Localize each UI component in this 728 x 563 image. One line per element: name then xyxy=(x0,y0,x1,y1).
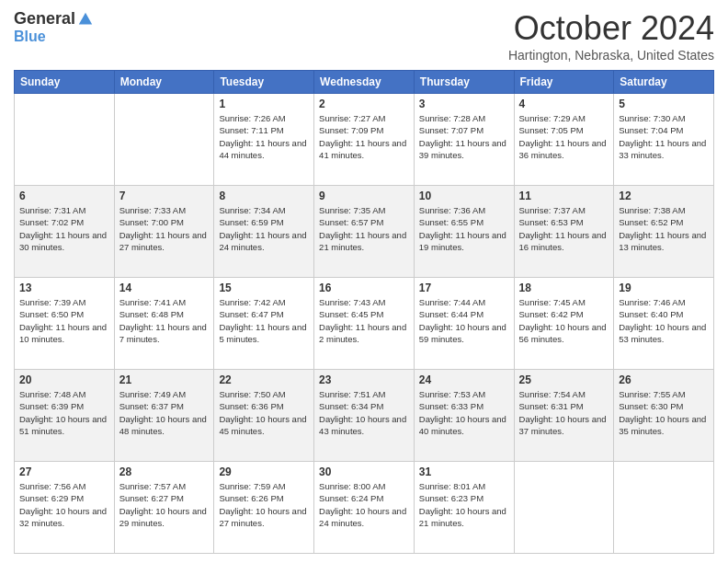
week-row-3: 20Sunrise: 7:48 AM Sunset: 6:39 PM Dayli… xyxy=(15,370,714,462)
calendar-cell xyxy=(114,94,214,186)
day-header-thursday: Thursday xyxy=(414,71,514,94)
day-info: Sunrise: 7:26 AM Sunset: 7:11 PM Dayligh… xyxy=(219,112,309,161)
day-number: 30 xyxy=(319,465,409,478)
calendar-cell xyxy=(15,94,115,186)
week-row-2: 13Sunrise: 7:39 AM Sunset: 6:50 PM Dayli… xyxy=(15,278,714,370)
day-number: 9 xyxy=(319,190,409,202)
day-number: 10 xyxy=(419,190,509,202)
day-info: Sunrise: 7:53 AM Sunset: 6:33 PM Dayligh… xyxy=(419,388,509,437)
day-info: Sunrise: 7:34 AM Sunset: 6:59 PM Dayligh… xyxy=(219,204,309,253)
calendar-cell: 4Sunrise: 7:29 AM Sunset: 7:05 PM Daylig… xyxy=(514,94,614,186)
calendar-cell: 23Sunrise: 7:51 AM Sunset: 6:34 PM Dayli… xyxy=(314,370,415,462)
logo: General Blue xyxy=(14,9,94,45)
day-info: Sunrise: 7:42 AM Sunset: 6:47 PM Dayligh… xyxy=(219,296,309,345)
day-info: Sunrise: 7:31 AM Sunset: 7:02 PM Dayligh… xyxy=(19,204,109,253)
calendar-cell: 3Sunrise: 7:28 AM Sunset: 7:07 PM Daylig… xyxy=(414,94,514,186)
day-info: Sunrise: 7:49 AM Sunset: 6:37 PM Dayligh… xyxy=(119,388,210,437)
day-info: Sunrise: 7:43 AM Sunset: 6:45 PM Dayligh… xyxy=(319,296,409,345)
location: Hartington, Nebraska, United States xyxy=(508,48,714,63)
day-info: Sunrise: 7:59 AM Sunset: 6:26 PM Dayligh… xyxy=(219,480,309,529)
day-number: 13 xyxy=(19,282,109,294)
calendar-cell: 8Sunrise: 7:34 AM Sunset: 6:59 PM Daylig… xyxy=(214,186,314,278)
calendar-cell: 10Sunrise: 7:36 AM Sunset: 6:55 PM Dayli… xyxy=(414,186,514,278)
day-number: 19 xyxy=(619,282,709,294)
day-number: 24 xyxy=(419,373,509,386)
day-info: Sunrise: 7:57 AM Sunset: 6:27 PM Dayligh… xyxy=(119,480,210,529)
day-info: Sunrise: 7:51 AM Sunset: 6:34 PM Dayligh… xyxy=(319,388,409,437)
week-row-0: 1Sunrise: 7:26 AM Sunset: 7:11 PM Daylig… xyxy=(15,94,714,186)
day-number: 1 xyxy=(219,98,309,110)
day-number: 28 xyxy=(119,465,210,478)
day-number: 6 xyxy=(19,190,109,202)
calendar-cell: 21Sunrise: 7:49 AM Sunset: 6:37 PM Dayli… xyxy=(114,370,214,462)
day-info: Sunrise: 7:45 AM Sunset: 6:42 PM Dayligh… xyxy=(519,296,609,345)
day-info: Sunrise: 7:37 AM Sunset: 6:53 PM Dayligh… xyxy=(519,204,609,253)
day-number: 26 xyxy=(619,373,709,386)
calendar-cell: 31Sunrise: 8:01 AM Sunset: 6:23 PM Dayli… xyxy=(414,462,514,554)
calendar-cell: 15Sunrise: 7:42 AM Sunset: 6:47 PM Dayli… xyxy=(214,278,314,370)
day-number: 20 xyxy=(19,373,109,386)
header: General Blue October 2024 Hartington, Ne… xyxy=(14,9,714,63)
day-info: Sunrise: 7:41 AM Sunset: 6:48 PM Dayligh… xyxy=(119,296,210,345)
day-number: 17 xyxy=(419,282,509,294)
svg-marker-0 xyxy=(79,12,92,24)
day-number: 27 xyxy=(19,465,109,478)
day-info: Sunrise: 7:33 AM Sunset: 7:00 PM Dayligh… xyxy=(119,204,210,253)
calendar-cell: 16Sunrise: 7:43 AM Sunset: 6:45 PM Dayli… xyxy=(314,278,415,370)
day-header-friday: Friday xyxy=(514,71,614,94)
calendar-cell: 22Sunrise: 7:50 AM Sunset: 6:36 PM Dayli… xyxy=(214,370,314,462)
day-info: Sunrise: 7:46 AM Sunset: 6:40 PM Dayligh… xyxy=(619,296,709,345)
day-info: Sunrise: 7:27 AM Sunset: 7:09 PM Dayligh… xyxy=(319,112,409,161)
calendar-cell: 17Sunrise: 7:44 AM Sunset: 6:44 PM Dayli… xyxy=(414,278,514,370)
day-number: 11 xyxy=(519,190,609,202)
day-info: Sunrise: 7:35 AM Sunset: 6:57 PM Dayligh… xyxy=(319,204,409,253)
day-header-sunday: Sunday xyxy=(15,71,115,94)
day-number: 29 xyxy=(219,465,309,478)
week-row-1: 6Sunrise: 7:31 AM Sunset: 7:02 PM Daylig… xyxy=(15,186,714,278)
calendar-cell: 13Sunrise: 7:39 AM Sunset: 6:50 PM Dayli… xyxy=(15,278,115,370)
calendar-cell: 28Sunrise: 7:57 AM Sunset: 6:27 PM Dayli… xyxy=(114,462,214,554)
calendar-cell: 24Sunrise: 7:53 AM Sunset: 6:33 PM Dayli… xyxy=(414,370,514,462)
day-number: 23 xyxy=(319,373,409,386)
day-info: Sunrise: 7:44 AM Sunset: 6:44 PM Dayligh… xyxy=(419,296,509,345)
day-info: Sunrise: 7:29 AM Sunset: 7:05 PM Dayligh… xyxy=(519,112,609,161)
day-number: 16 xyxy=(319,282,409,294)
day-info: Sunrise: 7:56 AM Sunset: 6:29 PM Dayligh… xyxy=(19,480,109,529)
calendar-cell: 5Sunrise: 7:30 AM Sunset: 7:04 PM Daylig… xyxy=(614,94,714,186)
day-number: 14 xyxy=(119,282,210,294)
calendar-cell: 12Sunrise: 7:38 AM Sunset: 6:52 PM Dayli… xyxy=(614,186,714,278)
calendar-cell: 26Sunrise: 7:55 AM Sunset: 6:30 PM Dayli… xyxy=(614,370,714,462)
day-info: Sunrise: 7:38 AM Sunset: 6:52 PM Dayligh… xyxy=(619,204,709,253)
day-info: Sunrise: 7:28 AM Sunset: 7:07 PM Dayligh… xyxy=(419,112,509,161)
calendar-cell: 27Sunrise: 7:56 AM Sunset: 6:29 PM Dayli… xyxy=(15,462,115,554)
title-section: October 2024 Hartington, Nebraska, Unite… xyxy=(508,9,714,63)
day-number: 31 xyxy=(419,465,509,478)
calendar-cell: 25Sunrise: 7:54 AM Sunset: 6:31 PM Dayli… xyxy=(514,370,614,462)
day-number: 7 xyxy=(119,190,210,202)
calendar-cell: 18Sunrise: 7:45 AM Sunset: 6:42 PM Dayli… xyxy=(514,278,614,370)
day-number: 25 xyxy=(519,373,609,386)
day-header-wednesday: Wednesday xyxy=(314,71,415,94)
calendar-cell xyxy=(514,462,614,554)
calendar-cell: 7Sunrise: 7:33 AM Sunset: 7:00 PM Daylig… xyxy=(114,186,214,278)
calendar-cell: 29Sunrise: 7:59 AM Sunset: 6:26 PM Dayli… xyxy=(214,462,314,554)
calendar-cell xyxy=(614,462,714,554)
day-number: 3 xyxy=(419,98,509,110)
logo-blue-text: Blue xyxy=(14,29,46,45)
day-info: Sunrise: 7:36 AM Sunset: 6:55 PM Dayligh… xyxy=(419,204,509,253)
day-info: Sunrise: 7:48 AM Sunset: 6:39 PM Dayligh… xyxy=(19,388,109,437)
week-row-4: 27Sunrise: 7:56 AM Sunset: 6:29 PM Dayli… xyxy=(15,462,714,554)
day-info: Sunrise: 7:54 AM Sunset: 6:31 PM Dayligh… xyxy=(519,388,609,437)
day-info: Sunrise: 7:55 AM Sunset: 6:30 PM Dayligh… xyxy=(619,388,709,437)
month-title: October 2024 xyxy=(508,9,714,48)
day-info: Sunrise: 8:01 AM Sunset: 6:23 PM Dayligh… xyxy=(419,480,509,529)
calendar-cell: 20Sunrise: 7:48 AM Sunset: 6:39 PM Dayli… xyxy=(15,370,115,462)
calendar-cell: 1Sunrise: 7:26 AM Sunset: 7:11 PM Daylig… xyxy=(214,94,314,186)
calendar-cell: 14Sunrise: 7:41 AM Sunset: 6:48 PM Dayli… xyxy=(114,278,214,370)
calendar-cell: 9Sunrise: 7:35 AM Sunset: 6:57 PM Daylig… xyxy=(314,186,415,278)
logo-icon xyxy=(77,11,94,28)
day-header-saturday: Saturday xyxy=(614,71,714,94)
day-info: Sunrise: 8:00 AM Sunset: 6:24 PM Dayligh… xyxy=(319,480,409,529)
day-number: 2 xyxy=(319,98,409,110)
calendar-cell: 19Sunrise: 7:46 AM Sunset: 6:40 PM Dayli… xyxy=(614,278,714,370)
